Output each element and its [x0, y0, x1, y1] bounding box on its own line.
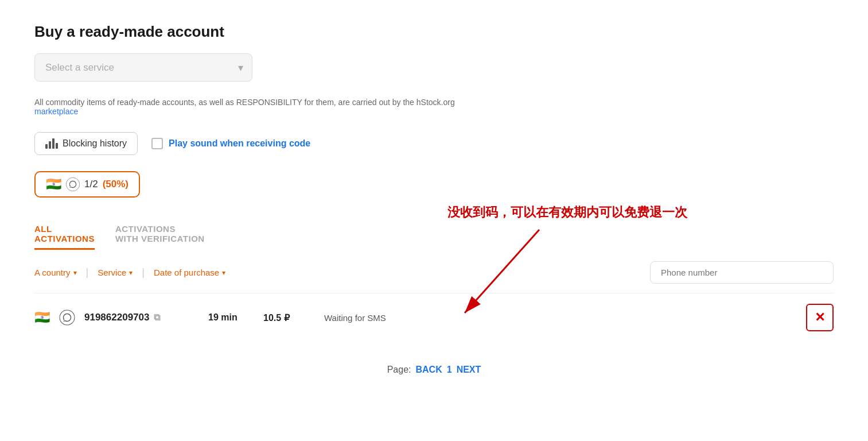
- counter-badge: 🇮🇳 1/2 (50%): [34, 171, 140, 198]
- service-select-wrapper: Select a service ▾: [34, 53, 252, 82]
- counter-percent: (50%): [103, 179, 129, 190]
- row-time: 19 min: [208, 312, 254, 323]
- cancel-button[interactable]: ✕: [806, 304, 834, 331]
- chevron-down-icon: ▾: [129, 269, 133, 277]
- chatgpt-icon: [66, 177, 80, 191]
- disclaimer: All commodity items of ready-made accoun…: [34, 98, 493, 116]
- chevron-down-icon: ▾: [73, 269, 77, 277]
- phone-number-input[interactable]: [650, 261, 834, 284]
- bar-chart-icon: [45, 138, 58, 149]
- play-sound-wrapper: Play sound when receiving code: [151, 138, 310, 149]
- pagination-next[interactable]: NEXT: [457, 365, 481, 375]
- top-actions-row: Blocking history Play sound when receivi…: [34, 132, 834, 155]
- date-filter-button[interactable]: Date of purchase ▾: [154, 264, 225, 281]
- counter-count: 1/2: [84, 179, 98, 190]
- copy-icon[interactable]: ⧉: [154, 312, 160, 323]
- blocking-history-button[interactable]: Blocking history: [34, 132, 138, 155]
- marketplace-link[interactable]: marketplace: [34, 107, 78, 116]
- service-filter-button[interactable]: Service ▾: [98, 264, 133, 281]
- phone-number-display: 919862209703 ⧉: [84, 312, 199, 323]
- play-sound-label[interactable]: Play sound when receiving code: [169, 138, 310, 149]
- table-row: 🇮🇳 919862209703 ⧉ 19 min 10.5 ₽ Waiting …: [34, 293, 834, 342]
- svg-point-0: [66, 177, 79, 191]
- tab-activations-with-verification[interactable]: ACTIVATIONS WITH VERIFICATION: [115, 218, 205, 250]
- india-flag: 🇮🇳: [34, 310, 50, 325]
- pagination-back[interactable]: BACK: [416, 365, 442, 375]
- filter-separator: |: [86, 266, 89, 278]
- pagination: Page: BACK 1 NEXT: [34, 365, 834, 375]
- pagination-label: Page:: [387, 365, 411, 375]
- tabs-row: ALL ACTIVATIONS ACTIVATIONS WITH VERIFIC…: [34, 218, 834, 250]
- page-title: Buy a ready-made account: [34, 23, 834, 41]
- row-status: Waiting for SMS: [324, 313, 797, 323]
- pagination-current-page[interactable]: 1: [447, 365, 452, 375]
- country-filter-button[interactable]: A country ▾: [34, 264, 77, 281]
- row-price: 10.5 ₽: [263, 312, 315, 323]
- chatgpt-service-icon: [59, 310, 75, 326]
- annotation-text: 没收到码，可以在有效期内可以免费退一次: [447, 204, 687, 221]
- tab-all-activations[interactable]: ALL ACTIVATIONS: [34, 218, 95, 250]
- filters-row: A country ▾ | Service ▾ | Date of purcha…: [34, 261, 834, 284]
- filter-separator-2: |: [142, 266, 145, 278]
- play-sound-checkbox[interactable]: [151, 138, 163, 149]
- chevron-down-icon: ▾: [222, 269, 225, 277]
- service-select[interactable]: Select a service: [34, 53, 252, 82]
- india-flag: 🇮🇳: [46, 177, 61, 192]
- svg-point-3: [60, 310, 75, 325]
